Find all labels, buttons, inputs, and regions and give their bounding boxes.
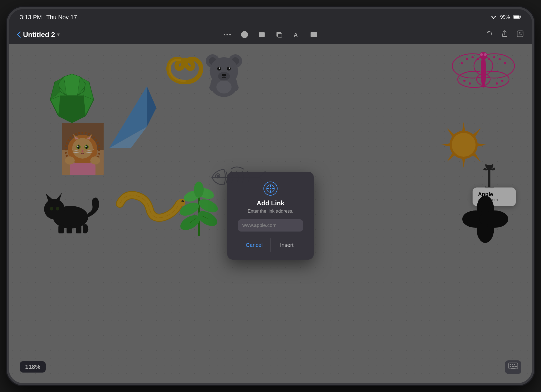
media-insert-icon[interactable]: [310, 31, 318, 38]
battery-percentage: 99%: [500, 14, 510, 20]
shape-icon[interactable]: [275, 31, 283, 38]
undo-icon[interactable]: [486, 30, 493, 39]
insert-button[interactable]: Insert: [271, 238, 303, 252]
three-dots-menu[interactable]: [223, 31, 231, 38]
link-input[interactable]: [238, 219, 303, 232]
dialog-overlay: Add Link Enter the link address. Cancel …: [9, 44, 532, 385]
dialog-buttons: Cancel Insert: [238, 238, 303, 252]
svg-rect-10: [278, 33, 282, 37]
edit-icon[interactable]: [516, 30, 524, 39]
battery-icon: [513, 14, 521, 20]
text-box-icon[interactable]: [258, 31, 266, 38]
status-time: 3:13 PM: [20, 14, 42, 21]
status-right: 99%: [490, 14, 521, 20]
doc-title-text: Untitled 2: [23, 31, 55, 39]
svg-point-13: [312, 33, 313, 35]
toolbar-right: [486, 30, 524, 39]
svg-rect-2: [514, 16, 520, 18]
device-frame: 3:13 PM Thu Nov 17 99%: [7, 7, 534, 385]
svg-rect-14: [517, 31, 523, 37]
dialog-title: Add Link: [257, 199, 285, 207]
dialog-subtitle: Enter the link address.: [248, 209, 293, 214]
svg-rect-12: [311, 32, 317, 37]
svg-point-4: [226, 34, 228, 35]
text-format-icon[interactable]: A: [293, 31, 300, 38]
status-bar: 3:13 PM Thu Nov 17 99%: [9, 9, 532, 25]
svg-point-3: [224, 34, 225, 35]
pen-tool-icon[interactable]: [241, 31, 248, 38]
top-bar: Untitled 2 ▾: [9, 25, 532, 44]
doc-title[interactable]: Untitled 2 ▾: [23, 31, 60, 39]
back-button[interactable]: [17, 31, 21, 38]
compass-icon: [263, 182, 278, 196]
canvas-area[interactable]: Apple apple.com 118%: [9, 44, 532, 385]
cancel-button[interactable]: Cancel: [238, 238, 271, 252]
share-icon[interactable]: [501, 30, 508, 39]
svg-point-5: [229, 34, 231, 35]
add-link-dialog: Add Link Enter the link address. Cancel …: [227, 172, 314, 260]
svg-text:A: A: [294, 32, 298, 38]
svg-point-150: [270, 188, 271, 189]
svg-point-7: [244, 34, 245, 35]
svg-rect-1: [520, 16, 521, 18]
wifi-icon: [490, 14, 497, 20]
toolbar-center: A: [223, 31, 318, 38]
doc-title-chevron: ▾: [57, 32, 60, 38]
home-bar: [246, 383, 295, 385]
status-date: Thu Nov 17: [46, 14, 77, 21]
